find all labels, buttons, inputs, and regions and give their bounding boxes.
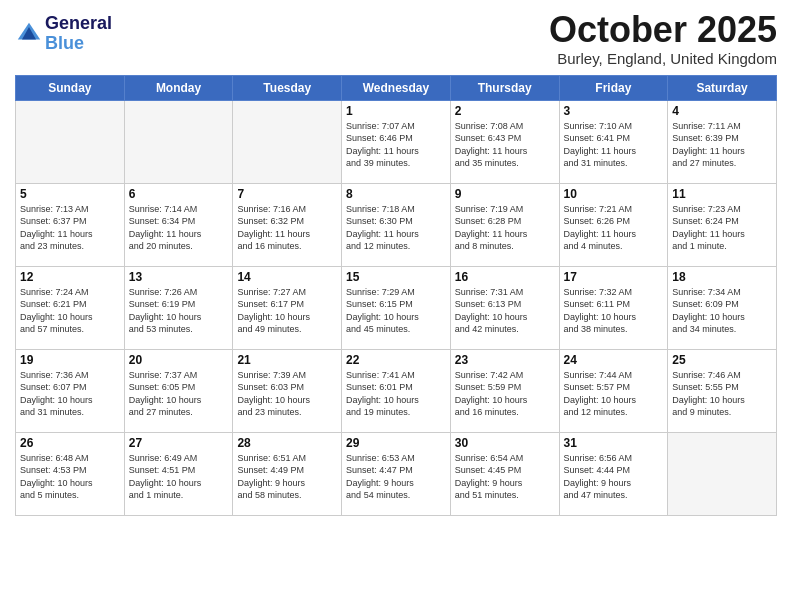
day-number: 31 (564, 436, 664, 450)
day-info: Sunrise: 7:19 AM Sunset: 6:28 PM Dayligh… (455, 203, 555, 253)
calendar-week-3: 12Sunrise: 7:24 AM Sunset: 6:21 PM Dayli… (16, 266, 777, 349)
calendar-cell: 25Sunrise: 7:46 AM Sunset: 5:55 PM Dayli… (668, 349, 777, 432)
day-number: 29 (346, 436, 446, 450)
calendar-cell: 31Sunrise: 6:56 AM Sunset: 4:44 PM Dayli… (559, 432, 668, 515)
logo-text: General Blue (45, 14, 112, 54)
calendar-cell: 23Sunrise: 7:42 AM Sunset: 5:59 PM Dayli… (450, 349, 559, 432)
day-number: 3 (564, 104, 664, 118)
day-number: 27 (129, 436, 229, 450)
calendar-cell: 5Sunrise: 7:13 AM Sunset: 6:37 PM Daylig… (16, 183, 125, 266)
day-number: 10 (564, 187, 664, 201)
day-number: 15 (346, 270, 446, 284)
day-info: Sunrise: 7:36 AM Sunset: 6:07 PM Dayligh… (20, 369, 120, 419)
calendar-cell: 17Sunrise: 7:32 AM Sunset: 6:11 PM Dayli… (559, 266, 668, 349)
day-number: 13 (129, 270, 229, 284)
day-number: 22 (346, 353, 446, 367)
logo: General Blue (15, 14, 112, 54)
calendar-cell: 6Sunrise: 7:14 AM Sunset: 6:34 PM Daylig… (124, 183, 233, 266)
day-info: Sunrise: 7:10 AM Sunset: 6:41 PM Dayligh… (564, 120, 664, 170)
day-info: Sunrise: 6:51 AM Sunset: 4:49 PM Dayligh… (237, 452, 337, 502)
day-number: 4 (672, 104, 772, 118)
weekday-header-monday: Monday (124, 75, 233, 100)
calendar-cell (668, 432, 777, 515)
calendar-cell: 30Sunrise: 6:54 AM Sunset: 4:45 PM Dayli… (450, 432, 559, 515)
logo-icon (15, 20, 43, 48)
weekday-header-row: SundayMondayTuesdayWednesdayThursdayFrid… (16, 75, 777, 100)
calendar-cell: 11Sunrise: 7:23 AM Sunset: 6:24 PM Dayli… (668, 183, 777, 266)
calendar-week-2: 5Sunrise: 7:13 AM Sunset: 6:37 PM Daylig… (16, 183, 777, 266)
calendar-cell (233, 100, 342, 183)
day-info: Sunrise: 7:24 AM Sunset: 6:21 PM Dayligh… (20, 286, 120, 336)
weekday-header-wednesday: Wednesday (342, 75, 451, 100)
day-info: Sunrise: 7:42 AM Sunset: 5:59 PM Dayligh… (455, 369, 555, 419)
day-number: 18 (672, 270, 772, 284)
day-number: 30 (455, 436, 555, 450)
calendar-cell: 20Sunrise: 7:37 AM Sunset: 6:05 PM Dayli… (124, 349, 233, 432)
calendar-cell: 10Sunrise: 7:21 AM Sunset: 6:26 PM Dayli… (559, 183, 668, 266)
calendar-cell: 8Sunrise: 7:18 AM Sunset: 6:30 PM Daylig… (342, 183, 451, 266)
calendar-cell: 27Sunrise: 6:49 AM Sunset: 4:51 PM Dayli… (124, 432, 233, 515)
calendar-cell: 16Sunrise: 7:31 AM Sunset: 6:13 PM Dayli… (450, 266, 559, 349)
calendar-body: 1Sunrise: 7:07 AM Sunset: 6:46 PM Daylig… (16, 100, 777, 515)
calendar-cell: 15Sunrise: 7:29 AM Sunset: 6:15 PM Dayli… (342, 266, 451, 349)
calendar-cell (124, 100, 233, 183)
calendar-cell: 28Sunrise: 6:51 AM Sunset: 4:49 PM Dayli… (233, 432, 342, 515)
calendar: SundayMondayTuesdayWednesdayThursdayFrid… (15, 75, 777, 516)
calendar-cell: 2Sunrise: 7:08 AM Sunset: 6:43 PM Daylig… (450, 100, 559, 183)
calendar-cell: 21Sunrise: 7:39 AM Sunset: 6:03 PM Dayli… (233, 349, 342, 432)
weekday-header-sunday: Sunday (16, 75, 125, 100)
day-number: 12 (20, 270, 120, 284)
calendar-cell: 12Sunrise: 7:24 AM Sunset: 6:21 PM Dayli… (16, 266, 125, 349)
day-number: 17 (564, 270, 664, 284)
day-number: 16 (455, 270, 555, 284)
day-info: Sunrise: 7:18 AM Sunset: 6:30 PM Dayligh… (346, 203, 446, 253)
day-number: 24 (564, 353, 664, 367)
day-info: Sunrise: 7:41 AM Sunset: 6:01 PM Dayligh… (346, 369, 446, 419)
calendar-cell: 19Sunrise: 7:36 AM Sunset: 6:07 PM Dayli… (16, 349, 125, 432)
day-info: Sunrise: 6:49 AM Sunset: 4:51 PM Dayligh… (129, 452, 229, 502)
day-info: Sunrise: 7:32 AM Sunset: 6:11 PM Dayligh… (564, 286, 664, 336)
day-info: Sunrise: 6:53 AM Sunset: 4:47 PM Dayligh… (346, 452, 446, 502)
calendar-cell: 13Sunrise: 7:26 AM Sunset: 6:19 PM Dayli… (124, 266, 233, 349)
day-number: 19 (20, 353, 120, 367)
logo-line2: Blue (45, 33, 84, 53)
day-number: 5 (20, 187, 120, 201)
weekday-header-thursday: Thursday (450, 75, 559, 100)
day-info: Sunrise: 7:46 AM Sunset: 5:55 PM Dayligh… (672, 369, 772, 419)
day-number: 23 (455, 353, 555, 367)
header: General Blue October 2025 Burley, Englan… (15, 10, 777, 67)
day-info: Sunrise: 7:27 AM Sunset: 6:17 PM Dayligh… (237, 286, 337, 336)
day-info: Sunrise: 6:56 AM Sunset: 4:44 PM Dayligh… (564, 452, 664, 502)
calendar-cell: 1Sunrise: 7:07 AM Sunset: 6:46 PM Daylig… (342, 100, 451, 183)
weekday-header-friday: Friday (559, 75, 668, 100)
day-number: 8 (346, 187, 446, 201)
calendar-cell: 3Sunrise: 7:10 AM Sunset: 6:41 PM Daylig… (559, 100, 668, 183)
title-block: October 2025 Burley, England, United Kin… (549, 10, 777, 67)
day-info: Sunrise: 7:07 AM Sunset: 6:46 PM Dayligh… (346, 120, 446, 170)
logo-line1: General (45, 14, 112, 34)
day-info: Sunrise: 7:23 AM Sunset: 6:24 PM Dayligh… (672, 203, 772, 253)
day-info: Sunrise: 7:34 AM Sunset: 6:09 PM Dayligh… (672, 286, 772, 336)
day-info: Sunrise: 7:31 AM Sunset: 6:13 PM Dayligh… (455, 286, 555, 336)
day-info: Sunrise: 7:13 AM Sunset: 6:37 PM Dayligh… (20, 203, 120, 253)
day-number: 28 (237, 436, 337, 450)
weekday-header-saturday: Saturday (668, 75, 777, 100)
day-number: 7 (237, 187, 337, 201)
day-number: 9 (455, 187, 555, 201)
calendar-cell: 14Sunrise: 7:27 AM Sunset: 6:17 PM Dayli… (233, 266, 342, 349)
day-info: Sunrise: 7:37 AM Sunset: 6:05 PM Dayligh… (129, 369, 229, 419)
day-info: Sunrise: 7:39 AM Sunset: 6:03 PM Dayligh… (237, 369, 337, 419)
day-number: 20 (129, 353, 229, 367)
day-number: 6 (129, 187, 229, 201)
day-info: Sunrise: 7:08 AM Sunset: 6:43 PM Dayligh… (455, 120, 555, 170)
day-info: Sunrise: 7:11 AM Sunset: 6:39 PM Dayligh… (672, 120, 772, 170)
location: Burley, England, United Kingdom (549, 50, 777, 67)
calendar-cell: 22Sunrise: 7:41 AM Sunset: 6:01 PM Dayli… (342, 349, 451, 432)
day-info: Sunrise: 6:54 AM Sunset: 4:45 PM Dayligh… (455, 452, 555, 502)
calendar-week-5: 26Sunrise: 6:48 AM Sunset: 4:53 PM Dayli… (16, 432, 777, 515)
day-number: 11 (672, 187, 772, 201)
day-number: 1 (346, 104, 446, 118)
day-info: Sunrise: 7:26 AM Sunset: 6:19 PM Dayligh… (129, 286, 229, 336)
calendar-cell (16, 100, 125, 183)
weekday-header-tuesday: Tuesday (233, 75, 342, 100)
